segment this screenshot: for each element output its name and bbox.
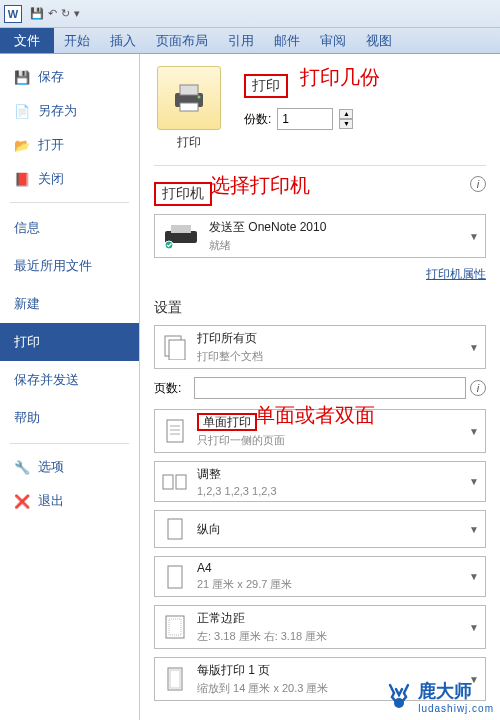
scope-title: 打印所有页 xyxy=(197,330,469,347)
paper-title: A4 xyxy=(197,561,469,575)
paper-dropdown[interactable]: A4 21 厘米 x 29.7 厘米 ▼ xyxy=(154,556,486,597)
sidebar-label: 选项 xyxy=(38,458,64,476)
sidebar-new[interactable]: 新建 xyxy=(0,285,139,323)
paper-sub: 21 厘米 x 29.7 厘米 xyxy=(197,577,469,592)
single-page-icon xyxy=(161,417,189,445)
svg-rect-15 xyxy=(168,519,182,539)
qat-save-icon[interactable]: 💾 xyxy=(30,7,44,20)
sidebar-label: 退出 xyxy=(38,492,64,510)
copies-label: 份数: xyxy=(244,111,271,128)
pages-icon xyxy=(161,333,189,361)
print-header: 打印 xyxy=(244,74,288,98)
printer-large-icon xyxy=(157,66,221,130)
sidebar-save-send[interactable]: 保存并发送 xyxy=(0,361,139,399)
sidebar-label: 另存为 xyxy=(38,102,77,120)
qat-redo-icon[interactable]: ↻ xyxy=(61,7,70,20)
collate-dropdown[interactable]: 调整 1,2,3 1,2,3 1,2,3 ▼ xyxy=(154,461,486,502)
margins-sub: 左: 3.18 厘米 右: 3.18 厘米 xyxy=(197,629,469,644)
sidebar-print[interactable]: 打印 xyxy=(0,323,139,361)
tab-view[interactable]: 视图 xyxy=(356,28,402,53)
svg-rect-8 xyxy=(169,340,185,360)
perpage-title: 每版打印 1 页 xyxy=(197,662,469,679)
printer-dropdown[interactable]: 发送至 OneNote 2010 就绪 ▼ xyxy=(154,214,486,258)
orientation-dropdown[interactable]: 纵向 ▼ xyxy=(154,510,486,548)
chevron-down-icon: ▼ xyxy=(469,426,479,437)
sidebar-options[interactable]: 🔧选项 xyxy=(0,450,139,484)
pages-input[interactable] xyxy=(194,377,466,399)
save-as-icon: 📄 xyxy=(14,103,30,119)
svg-rect-9 xyxy=(167,420,183,442)
chevron-down-icon: ▼ xyxy=(469,342,479,353)
single-sheet-icon xyxy=(161,665,189,693)
chevron-down-icon: ▼ xyxy=(469,571,479,582)
sidebar-save[interactable]: 💾保存 xyxy=(0,60,139,94)
margins-title: 正常边距 xyxy=(197,610,469,627)
scope-sub: 打印整个文档 xyxy=(197,349,469,364)
qat-undo-icon[interactable]: ↶ xyxy=(48,7,57,20)
exit-icon: ❌ xyxy=(14,493,30,509)
margins-icon xyxy=(161,613,189,641)
open-icon: 📂 xyxy=(14,137,30,153)
pages-label: 页数: xyxy=(154,380,190,397)
tab-insert[interactable]: 插入 xyxy=(100,28,146,53)
print-scope-dropdown[interactable]: 打印所有页 打印整个文档 ▼ xyxy=(154,325,486,369)
tab-mail[interactable]: 邮件 xyxy=(264,28,310,53)
save-icon: 💾 xyxy=(14,69,30,85)
collate-icon xyxy=(161,468,189,496)
svg-rect-1 xyxy=(180,85,198,95)
sidebar-close[interactable]: 📕关闭 xyxy=(0,162,139,196)
copies-input[interactable] xyxy=(277,108,333,130)
tab-home[interactable]: 开始 xyxy=(54,28,100,53)
watermark-url: ludashiwj.com xyxy=(418,703,494,714)
svg-point-6 xyxy=(165,241,173,249)
sided-dropdown[interactable]: 单面打印 只打印一侧的页面 ▼ xyxy=(154,409,486,453)
chevron-down-icon: ▼ xyxy=(469,622,479,633)
sidebar-save-as[interactable]: 📄另存为 xyxy=(0,94,139,128)
portrait-icon xyxy=(161,515,189,543)
printer-name: 发送至 OneNote 2010 xyxy=(209,219,469,236)
collate-title: 调整 xyxy=(197,466,469,483)
tab-layout[interactable]: 页面布局 xyxy=(146,28,218,53)
svg-rect-5 xyxy=(171,225,191,233)
options-icon: 🔧 xyxy=(14,459,30,475)
svg-rect-13 xyxy=(163,475,173,489)
sidebar-label: 保存 xyxy=(38,68,64,86)
chevron-down-icon: ▼ xyxy=(469,476,479,487)
sidebar-help[interactable]: 帮助 xyxy=(0,399,139,437)
svg-rect-2 xyxy=(180,103,198,111)
chevron-down-icon: ▼ xyxy=(469,524,479,535)
printer-section-header: 打印机 xyxy=(154,182,212,206)
print-button-label: 打印 xyxy=(154,134,224,151)
sided-title: 单面打印 xyxy=(197,413,257,431)
word-app-icon: W xyxy=(4,5,22,23)
watermark-name: 鹿大师 xyxy=(418,681,472,701)
svg-point-3 xyxy=(198,96,201,99)
tab-review[interactable]: 审阅 xyxy=(310,28,356,53)
qat-customize-icon[interactable]: ▾ xyxy=(74,7,80,20)
settings-header: 设置 xyxy=(154,299,182,317)
printer-icon xyxy=(161,222,201,250)
sidebar-info[interactable]: 信息 xyxy=(0,209,139,247)
watermark: 鹿大师 ludashiwj.com xyxy=(384,679,494,714)
printer-info-icon[interactable]: i xyxy=(470,176,486,192)
margins-dropdown[interactable]: 正常边距 左: 3.18 厘米 右: 3.18 厘米 ▼ xyxy=(154,605,486,649)
sidebar-recent[interactable]: 最近所用文件 xyxy=(0,247,139,285)
sided-sub: 只打印一侧的页面 xyxy=(197,433,469,448)
print-button[interactable]: 打印 xyxy=(154,66,224,151)
svg-point-21 xyxy=(394,698,404,708)
close-icon: 📕 xyxy=(14,171,30,187)
printer-properties-link[interactable]: 打印机属性 xyxy=(426,267,486,281)
copies-spin-down[interactable]: ▼ xyxy=(339,119,353,129)
sidebar-open[interactable]: 📂打开 xyxy=(0,128,139,162)
copies-spin-up[interactable]: ▲ xyxy=(339,109,353,119)
deer-logo-icon xyxy=(384,683,414,711)
collate-sub: 1,2,3 1,2,3 1,2,3 xyxy=(197,485,469,497)
sidebar-label: 打开 xyxy=(38,136,64,154)
sidebar-exit[interactable]: ❌退出 xyxy=(0,484,139,518)
tab-file[interactable]: 文件 xyxy=(0,28,54,53)
pages-info-icon[interactable]: i xyxy=(470,380,486,396)
tab-references[interactable]: 引用 xyxy=(218,28,264,53)
chevron-down-icon: ▼ xyxy=(469,231,479,242)
printer-status: 就绪 xyxy=(209,238,469,253)
svg-rect-16 xyxy=(168,566,182,588)
